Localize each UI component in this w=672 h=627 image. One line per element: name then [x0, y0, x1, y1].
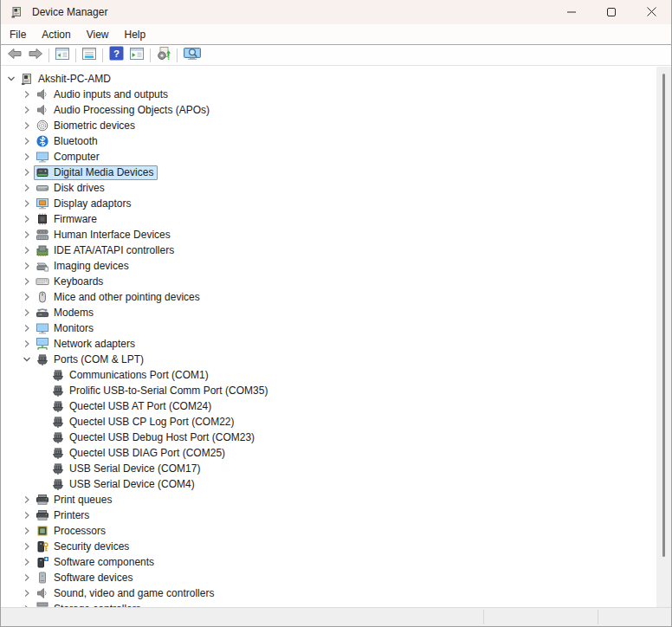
forward-button[interactable] [25, 46, 46, 65]
help-button[interactable]: ? [106, 46, 126, 65]
chevron-right-icon[interactable] [20, 493, 34, 507]
menu-action[interactable]: Action [34, 26, 78, 43]
tree-item-content[interactable]: Disk drives [34, 181, 109, 196]
tree-item[interactable]: Ports (COM & LPT) [1, 352, 657, 367]
tree-item-content[interactable]: Akshit-PC-AMD [18, 72, 115, 87]
properties-button[interactable] [79, 46, 100, 65]
tree-item[interactable]: Communications Port (COM1) [1, 367, 657, 383]
show-action-pane-button[interactable] [126, 46, 147, 65]
tree-item-content[interactable]: Communications Port (COM1) [49, 368, 213, 383]
tree-item[interactable]: Printers [1, 507, 657, 523]
tree-item[interactable]: USB Serial Device (COM4) [1, 476, 657, 492]
tree-item-content[interactable]: Audio inputs and outputs [34, 87, 172, 102]
tree-item[interactable]: Quectel USB Debug Host Port (COM23) [1, 430, 657, 445]
back-button[interactable] [4, 46, 25, 65]
tree-item[interactable]: Imaging devices [1, 258, 657, 274]
tree-item[interactable]: Storage controllers [1, 601, 657, 607]
tree-item-content[interactable]: Software components [34, 555, 158, 570]
tree-item-content[interactable]: IDE ATA/ATAPI controllers [34, 243, 178, 258]
chevron-right-icon[interactable] [20, 259, 34, 273]
chevron-right-icon[interactable] [20, 134, 34, 148]
vertical-scrollbar[interactable] [656, 67, 671, 607]
tree-item[interactable]: Firmware [1, 211, 657, 227]
tree-item[interactable]: Audio Processing Objects (APOs) [1, 102, 657, 118]
tree-item[interactable]: Quectel USB AT Port (COM24) [1, 398, 657, 414]
chevron-right-icon[interactable] [20, 555, 34, 569]
tree-item-content[interactable]: Quectel USB Debug Host Port (COM23) [49, 430, 259, 445]
tree-item[interactable]: Processors [1, 523, 657, 539]
tree-item[interactable]: Audio inputs and outputs [1, 87, 657, 102]
chevron-right-icon[interactable] [20, 586, 34, 600]
tree-item-content[interactable]: Keyboards [34, 275, 107, 289]
chevron-right-icon[interactable] [20, 540, 34, 553]
chevron-right-icon[interactable] [20, 524, 34, 538]
tree-item[interactable]: Quectel USB DIAG Port (COM25) [1, 445, 657, 461]
maximize-button[interactable] [591, 0, 631, 24]
menu-view[interactable]: View [79, 26, 117, 43]
tree-item-content[interactable]: Biometric devices [34, 119, 139, 133]
tree-item-content[interactable]: Quectel USB DIAG Port (COM25) [49, 446, 229, 461]
tree-item[interactable]: Mice and other pointing devices [1, 289, 657, 305]
tree-item-content[interactable]: Network adapters [34, 337, 139, 352]
tree-item[interactable]: Prolific USB-to-Serial Comm Port (COM35) [1, 383, 657, 398]
tree-item-content[interactable]: USB Serial Device (COM4) [49, 477, 199, 492]
tree-item[interactable]: Disk drives [1, 180, 657, 196]
chevron-right-icon[interactable] [20, 337, 34, 351]
chevron-right-icon[interactable] [20, 243, 34, 257]
tree-item[interactable]: Security devices [1, 539, 657, 554]
chevron-right-icon[interactable] [20, 321, 34, 335]
tree-item[interactable]: Biometric devices [1, 118, 657, 133]
menu-help[interactable]: Help [117, 26, 154, 43]
tree-item[interactable]: Monitors [1, 320, 657, 336]
tree-item[interactable]: Keyboards [1, 274, 657, 289]
chevron-right-icon[interactable] [20, 87, 34, 101]
chevron-right-icon[interactable] [20, 508, 34, 522]
tree-item-content[interactable]: Sound, video and game controllers [34, 586, 218, 601]
tree-item[interactable]: Human Interface Devices [1, 227, 657, 242]
tree-item[interactable]: USB Serial Device (COM17) [1, 461, 657, 476]
chevron-right-icon[interactable] [20, 290, 34, 304]
tree-item[interactable]: Network adapters [1, 336, 657, 352]
tree-item-content[interactable]: Ports (COM & LPT) [34, 352, 148, 367]
tree-item[interactable]: Modems [1, 305, 657, 320]
show-console-tree-button[interactable] [52, 46, 73, 65]
menu-file[interactable]: File [2, 26, 34, 43]
tree-item-content[interactable]: Audio Processing Objects (APOs) [34, 103, 214, 118]
chevron-right-icon[interactable] [20, 228, 34, 242]
tree-item-content[interactable]: Imaging devices [34, 259, 133, 274]
chevron-right-icon[interactable] [20, 212, 34, 226]
chevron-right-icon[interactable] [20, 306, 34, 320]
tree-item-content[interactable]: Display adaptors [34, 197, 135, 211]
chevron-right-icon[interactable] [20, 150, 34, 164]
tree-item[interactable]: Display adaptors [1, 196, 657, 211]
tree-item[interactable]: Quectel USB CP Log Port (COM22) [1, 414, 657, 430]
scrollbar-thumb[interactable] [662, 74, 665, 557]
chevron-right-icon[interactable] [20, 571, 34, 585]
chevron-right-icon[interactable] [20, 181, 34, 195]
tree-item-content[interactable]: Monitors [34, 321, 98, 336]
tree-item-content[interactable]: Modems [34, 306, 98, 320]
device-status-button[interactable] [180, 46, 204, 65]
tree-item-content[interactable]: Security devices [34, 540, 133, 554]
selected-tree-item-content[interactable]: Digital Media Devices [34, 165, 158, 180]
tree-item-content[interactable]: Prolific USB-to-Serial Comm Port (COM35) [49, 384, 272, 398]
tree-item[interactable]: Bluetooth [1, 133, 657, 149]
tree-item-content[interactable]: Quectel USB CP Log Port (COM22) [49, 415, 239, 430]
tree-item-content[interactable]: Software devices [34, 571, 137, 585]
tree-item-content[interactable]: Print queues [34, 493, 116, 507]
chevron-right-icon[interactable] [20, 197, 34, 210]
tree-item-content[interactable]: Processors [34, 524, 110, 539]
chevron-right-icon[interactable] [20, 275, 34, 288]
tree-item[interactable]: Akshit-PC-AMD [1, 71, 657, 87]
tree-item-content[interactable]: Mice and other pointing devices [34, 290, 204, 305]
tree-item-content[interactable]: Human Interface Devices [34, 228, 175, 242]
tree-item[interactable]: Software devices [1, 570, 657, 585]
tree-item[interactable]: Sound, video and game controllers [1, 585, 657, 601]
chevron-right-icon[interactable] [20, 165, 34, 179]
minimize-button[interactable] [552, 0, 591, 24]
chevron-down-icon[interactable] [4, 72, 18, 86]
tree-item-content[interactable]: Firmware [34, 212, 101, 227]
tree-item[interactable]: Print queues [1, 492, 657, 507]
scan-hardware-changes-button[interactable] [153, 46, 174, 65]
chevron-down-icon[interactable] [20, 352, 34, 366]
